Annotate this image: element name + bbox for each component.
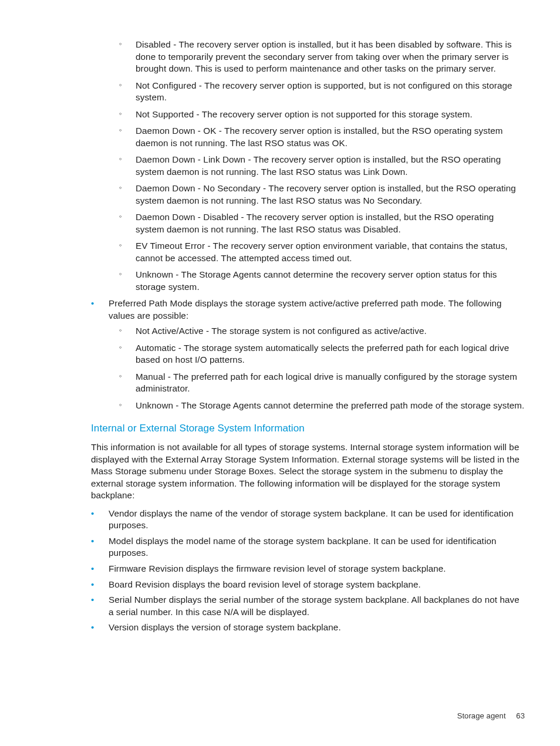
list-item: Unknown - The Storage Agents cannot dete… [119,269,525,293]
section-heading: Internal or External Storage System Info… [91,422,525,436]
list-item: Version displays the version of storage … [91,622,525,634]
footer-label: Storage agent [457,711,506,720]
list-item: Not Configured - The recovery server opt… [119,80,525,104]
list-item: Preferred Path Mode displays the storage… [91,298,525,411]
preferred-path-list: Preferred Path Mode displays the storage… [91,298,525,411]
list-item: Firmware Revision displays the firmware … [91,563,525,575]
list-item: EV Timeout Error - The recovery server o… [119,240,525,264]
list-item: Vendor displays the name of the vendor o… [91,508,525,532]
backplane-info-list: Vendor displays the name of the vendor o… [91,508,525,634]
list-item: Daemon Down - OK - The recovery server o… [119,125,525,149]
list-item: Not Active/Active - The storage system i… [119,325,525,337]
preferred-path-intro: Preferred Path Mode displays the storage… [109,298,501,320]
list-item: Daemon Down - No Secondary - The recover… [119,183,525,207]
list-item: Daemon Down - Link Down - The recovery s… [119,154,525,178]
list-item: Unknown - The Storage Agents cannot dete… [119,400,525,412]
preferred-path-values-list: Not Active/Active - The storage system i… [109,325,525,411]
list-item: Daemon Down - Disabled - The recovery se… [119,211,525,235]
list-item: Disabled - The recovery server option is… [119,39,525,75]
list-item: Not Supported - The recovery server opti… [119,109,525,121]
recovery-server-status-list: Disabled - The recovery server option is… [91,39,525,293]
list-item: Board Revision displays the board revisi… [91,579,525,591]
list-item: Serial Number displays the serial number… [91,594,525,618]
list-item: Manual - The preferred path for each log… [119,371,525,395]
list-item: Model displays the model name of the sto… [91,535,525,559]
section-body: This information is not available for al… [91,441,525,502]
page-footer: Storage agent 63 [457,711,525,721]
list-item: Automatic - The storage system automatic… [119,342,525,366]
page-number: 63 [516,711,525,720]
document-page: Disabled - The recovery server option is… [0,0,560,746]
